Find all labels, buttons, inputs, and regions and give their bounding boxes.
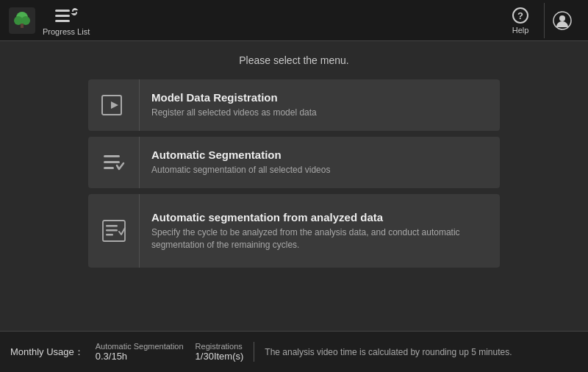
svg-rect-14 <box>104 161 120 163</box>
menu-item-title-3: Automatic segmentation from analyzed dat… <box>151 211 488 223</box>
menu-item-content-3: Automatic segmentation from analyzed dat… <box>140 194 500 268</box>
registrations-value: 1/30Item(s) <box>196 351 244 362</box>
footer-note: The analysis video time is calculated by… <box>254 347 512 357</box>
monthly-usage-label: Monthly Usage： <box>10 346 84 359</box>
menu-item-desc-3: Specify the cycle to be analyzed from th… <box>151 226 488 251</box>
svg-rect-17 <box>106 225 118 227</box>
header-left: Progress List <box>9 5 90 36</box>
svg-rect-3 <box>21 24 24 28</box>
svg-rect-4 <box>55 10 70 12</box>
menu-item-automatic-segmentation-analyzed[interactable]: Automatic segmentation from analyzed dat… <box>88 194 500 268</box>
svg-text:?: ? <box>517 10 523 21</box>
menu-item-desc-1: Register all selected videos as model da… <box>151 107 317 119</box>
svg-rect-18 <box>106 229 118 232</box>
auto-seg-stat: Automatic Segmentation 0.3/15h <box>96 342 184 362</box>
auto-seg-label: Automatic Segmentation <box>96 342 184 351</box>
svg-point-10 <box>559 15 565 21</box>
svg-rect-15 <box>104 167 114 169</box>
auto-seg-value: 0.3/15h <box>96 351 127 362</box>
progress-list-label: Progress List <box>43 27 90 36</box>
menu-item-icon-video <box>88 79 140 131</box>
help-label: Help <box>512 26 529 35</box>
menu-item-model-data-registration[interactable]: Model Data Registration Register all sel… <box>88 79 500 131</box>
account-icon <box>553 11 572 30</box>
menu-item-icon-checklist <box>88 194 140 268</box>
menu-item-title-1: Model Data Registration <box>151 91 317 104</box>
menu-item-content-1: Model Data Registration Register all sel… <box>140 79 329 131</box>
menu-item-content-2: Automatic Segmentation Automatic segment… <box>140 137 342 188</box>
header: Progress List ? Help <box>0 0 588 41</box>
app-logo <box>9 7 35 34</box>
registrations-label: Registrations <box>196 342 243 351</box>
instruction-text: Please select the menu. <box>239 54 348 66</box>
svg-marker-12 <box>111 101 118 109</box>
menu-item-desc-2: Automatic segmentation of all selected v… <box>151 164 330 176</box>
menu-item-title-2: Automatic Segmentation <box>151 149 330 161</box>
account-button[interactable] <box>544 3 579 38</box>
help-button[interactable]: ? Help <box>503 3 538 38</box>
help-icon: ? <box>512 7 529 24</box>
progress-list-icon <box>54 5 79 26</box>
svg-rect-5 <box>55 15 70 17</box>
menu-item-icon-list-check <box>88 137 140 188</box>
menu-item-automatic-segmentation[interactable]: Automatic Segmentation Automatic segment… <box>88 137 500 188</box>
menu-list: Model Data Registration Register all sel… <box>88 79 500 268</box>
header-right: ? Help <box>503 3 579 38</box>
progress-list-button[interactable]: Progress List <box>43 5 90 36</box>
svg-rect-19 <box>106 234 113 236</box>
main-content: Please select the menu. Model Data Regis… <box>0 41 588 331</box>
registrations-stat: Registrations 1/30Item(s) <box>196 342 244 362</box>
svg-rect-13 <box>104 155 120 157</box>
footer: Monthly Usage： Automatic Segmentation 0.… <box>0 331 588 372</box>
footer-left: Monthly Usage： Automatic Segmentation 0.… <box>10 342 254 362</box>
svg-rect-6 <box>55 20 70 22</box>
